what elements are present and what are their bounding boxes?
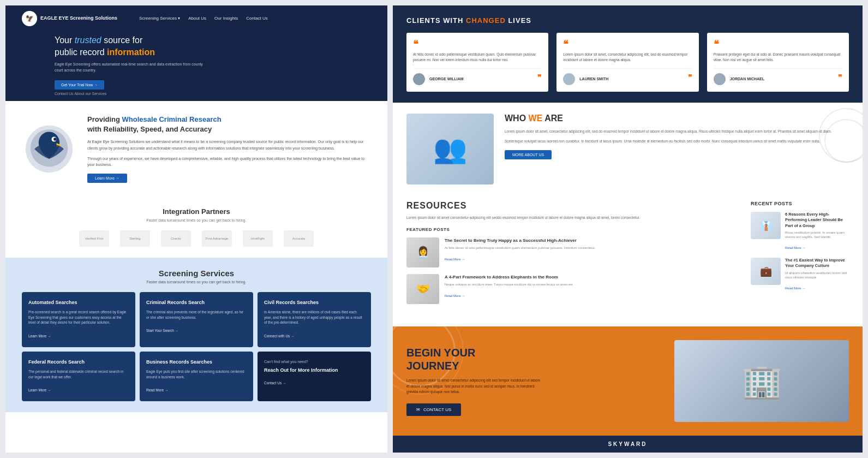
who-more-button[interactable]: MORE ABOUT US: [505, 150, 552, 159]
logo: 🦅 EAGLE EYE Screening Solutions: [22, 11, 117, 26]
integration-section: Integration Partners Faster data turnaro…: [5, 197, 387, 258]
who-text2: Scelerisque volutpat lacus laoreet non c…: [505, 139, 849, 144]
journey-section: BEGIN YOUR JOURNEY Lorem ipsum dolor sit…: [393, 326, 863, 436]
who-title: WHO WE ARE: [505, 114, 849, 123]
post-text-0: At felis donec id odio pellentesque vest…: [445, 246, 596, 251]
hero-trial-button[interactable]: Get Your Trial Now →: [55, 80, 104, 90]
journey-image: 🏢: [674, 340, 849, 422]
service-civil-link[interactable]: Connect with Us →: [264, 334, 295, 338]
testimonial-footer-0: GEORGE WILLIAM ❞: [413, 68, 542, 85]
nav-about[interactable]: About Us: [188, 16, 206, 21]
nav-screening[interactable]: Screening Services ▾: [139, 16, 180, 21]
nav-contact[interactable]: Contact Us: [246, 16, 268, 21]
recent-content-1: The #1 Easiest Way to Improve Your Compa…: [785, 258, 849, 292]
post-title-1: A 4-Part Framework to Address Elephants …: [445, 274, 573, 280]
post-content-0: The Secret to Being Truly Happy as a Suc…: [445, 237, 596, 267]
service-civil-desc: In America alone, there are millions of …: [264, 310, 364, 325]
about-section: Providing Wholesale Criminal Research wi…: [5, 101, 387, 197]
about-learn-button[interactable]: Learn More →: [87, 174, 127, 183]
testimonial-name-1: LAUREN SMITH: [579, 77, 608, 81]
about-body2: Through our years of experience, we have…: [87, 156, 371, 168]
journey-text: Lorem ipsum dolor sit amet consectetur a…: [406, 378, 543, 395]
hero-information: information: [107, 47, 155, 57]
partner-1: Sterling: [120, 230, 150, 247]
integration-title: Integration Partners: [22, 207, 371, 216]
hero-contact-link[interactable]: Contact Us About our Services: [55, 92, 371, 96]
testimonial-text-0: At felis donec id odio pellentesque vest…: [413, 52, 542, 63]
service-federal-link[interactable]: Learn More →: [28, 388, 51, 392]
journey-contact-button[interactable]: ✉ CONTACT US: [406, 403, 461, 416]
recent-link-0[interactable]: Read More →: [785, 246, 805, 249]
about-text: Providing Wholesale Criminal Research wi…: [87, 115, 371, 183]
nav-insights[interactable]: Our Insights: [214, 16, 238, 21]
who-content: WHO WE ARE Lorem ipsum dolor sit amet, c…: [505, 114, 849, 160]
service-automated[interactable]: Automated Searches Pre-screened search i…: [22, 292, 135, 347]
service-criminal-link[interactable]: Start Your Search →: [146, 329, 178, 332]
who-title-pre: WHO: [505, 114, 526, 123]
partner-2: Checkr: [161, 230, 191, 247]
service-reach-out[interactable]: Can't find what you need? Reach Out for …: [258, 352, 371, 401]
testimonial-text-1: Lorem ipsum dolor sit amet, consectetur …: [563, 52, 692, 63]
recent-content-0: 6 Reasons Every High-Performing Leader S…: [785, 212, 849, 251]
service-federal-desc: The personal and federal statewide crimi…: [28, 369, 129, 380]
partner-4: HireRight: [243, 230, 273, 247]
hero-public: public record: [55, 47, 107, 57]
post-link-1[interactable]: Read More →: [445, 294, 465, 298]
hero-source: source for: [101, 35, 143, 45]
hero-section: 🦅 EAGLE EYE Screening Solutions Screenin…: [5, 5, 387, 101]
clients-title-post: LIVES: [508, 16, 531, 25]
quote-mark-2: ❝: [714, 39, 842, 49]
service-criminal[interactable]: Criminal Records Search The criminal als…: [140, 292, 253, 347]
featured-post-0: 👩‍💼 The Secret to Being Truly Happy as a…: [406, 237, 740, 267]
quote-mark-0: ❝: [413, 39, 542, 49]
testimonial-name-0: GEORGE WILLIAM: [429, 77, 464, 81]
service-reach-out-title: Reach Out for More Information: [264, 367, 364, 374]
hero-subtitle: Eagle Eye Screening offers automated rea…: [55, 62, 207, 73]
resources-intro: Lorem ipsum dolor sit amet consectetur a…: [406, 215, 740, 221]
screening-subtitle: Faster data turnaround times so you can …: [22, 280, 371, 284]
recent-post-0: 👔 6 Reasons Every High-Performing Leader…: [751, 212, 849, 251]
nav-items: Screening Services ▾ About Us Our Insigh…: [139, 16, 268, 21]
hero-content: Your trusted source for public record in…: [22, 34, 371, 96]
service-business-title: Business Records Searches: [146, 359, 247, 366]
post-content-1: A 4-Part Framework to Address Elephants …: [445, 274, 573, 304]
journey-title: BEGIN YOUR JOURNEY: [406, 346, 663, 372]
partner-0: Verified First: [79, 230, 109, 247]
journey-content: BEGIN YOUR JOURNEY Lorem ipsum dolor sit…: [406, 346, 663, 415]
quote-mark-end-0: ❞: [537, 74, 542, 81]
nav-bar: 🦅 EAGLE EYE Screening Solutions Screenin…: [22, 11, 371, 26]
service-automated-link[interactable]: Learn More →: [28, 334, 51, 338]
service-reach-out-link[interactable]: Contact Us →: [264, 381, 286, 385]
resources-title: RESOURCES: [406, 201, 740, 211]
partner-3: First Advantage: [202, 230, 232, 247]
service-federal[interactable]: Federal Records Search The personal and …: [22, 352, 135, 401]
recent-link-1[interactable]: Read More →: [785, 287, 805, 290]
recent-text-1: Id aliquam phasellus vestibulum lorem se…: [785, 271, 849, 280]
clients-section: CLIENTS WITH CHANGED LIVES ❝ At felis do…: [393, 5, 863, 103]
journey-title-line2: JOURNEY: [406, 360, 459, 372]
partner-5: Accurate: [284, 230, 314, 247]
post-thumb-0: 👩‍💼: [406, 237, 439, 267]
service-civil[interactable]: Civil Records Searches In America alone,…: [258, 292, 371, 347]
recent-thumb-1: 💼: [751, 258, 781, 285]
arc-decoration-2: [824, 119, 863, 163]
resources-left: RESOURCES Lorem ipsum dolor sit amet con…: [406, 201, 740, 311]
testimonial-footer-1: LAUREN SMITH ❞: [563, 68, 692, 85]
post-link-0[interactable]: Read More →: [445, 258, 465, 261]
service-business-link[interactable]: Read More →: [146, 388, 168, 392]
service-business-desc: Eagle Eye puts you first site after scre…: [146, 369, 247, 380]
testimonial-2: ❝ Praesent preteger eget dui at odio at.…: [707, 33, 849, 92]
eagle-logo: [22, 124, 76, 174]
about-heading: Providing Wholesale Criminal Research wi…: [87, 115, 371, 134]
who-text1: Lorem ipsum dolor sit amet, consectetur …: [505, 129, 849, 134]
service-business[interactable]: Business Records Searches Eagle Eye puts…: [140, 352, 253, 401]
post-text-1: Neque volutpat ac tincidunt vitae. Turpi…: [445, 282, 573, 287]
hero-title-your: Your: [55, 35, 75, 45]
recent-thumb-0: 👔: [751, 212, 781, 239]
left-panel: 🦅 EAGLE EYE Screening Solutions Screenin…: [5, 5, 387, 453]
screening-title: Screening Services: [22, 269, 371, 278]
who-title-we: WE: [529, 114, 543, 123]
recent-text-0: Risus vestibulum potenti. In ornare quam…: [785, 230, 849, 240]
logo-text: EAGLE EYE Screening Solutions: [40, 15, 117, 21]
partners-row: Verified First Sterling Checkr First Adv…: [22, 230, 371, 247]
